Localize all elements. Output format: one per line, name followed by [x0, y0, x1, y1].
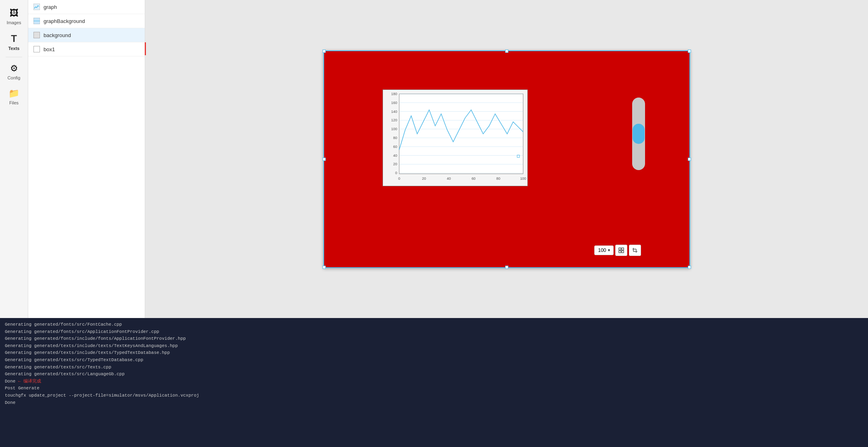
svg-text:80: 80: [393, 135, 397, 139]
canvas-area[interactable]: 180 160 140 120 100 80 60 40 20 0 0 20 4…: [145, 0, 868, 318]
sidebar-divider: [6, 57, 22, 57]
layer-graph-label: graph: [44, 4, 57, 10]
layer-item-background[interactable]: background: [28, 28, 145, 42]
svg-rect-32: [619, 248, 621, 250]
sidebar-item-files[interactable]: 📁 Files: [0, 84, 28, 109]
zoom-arrow-icon: ▾: [608, 248, 610, 252]
main-area: 🖼 Images T Texts ⚙ Config 📁 Files: [0, 0, 868, 318]
crop-button[interactable]: [629, 245, 641, 256]
terminal-line-7: Generating generated/texts/src/Texts.cpp: [5, 364, 863, 371]
graph-icon-svg: [33, 4, 40, 10]
svg-rect-34: [619, 251, 621, 253]
chart-svg: 180 160 140 120 100 80 60 40 20 0 0 20 4…: [383, 90, 527, 186]
sidebar-item-images[interactable]: 🖼 Images: [0, 4, 28, 29]
sidebar-item-config[interactable]: ⚙ Config: [0, 59, 28, 84]
terminal-done-1: Done ← 编译完成: [5, 378, 863, 385]
handle-bot-left[interactable]: [323, 266, 326, 269]
handle-mid-right[interactable]: [688, 158, 691, 161]
layer-item-graphBackground[interactable]: graphBackground: [28, 14, 145, 28]
terminal: Generating generated/fonts/src/FontCache…: [0, 318, 868, 447]
svg-text:100: 100: [391, 127, 397, 131]
images-icon: 🖼: [10, 8, 19, 19]
handle-top-center[interactable]: [505, 50, 508, 53]
bg-icon-img: [33, 32, 40, 38]
sidebar-config-label: Config: [8, 75, 21, 80]
sidebar: 🖼 Images T Texts ⚙ Config 📁 Files: [0, 0, 28, 318]
layer-item-box1[interactable]: box1: [28, 42, 145, 56]
svg-text:100: 100: [520, 177, 526, 181]
terminal-touchgfx: touchgfx update_project --project-file=s…: [5, 392, 863, 399]
svg-text:20: 20: [393, 162, 397, 166]
layer-graphbg-icon: [33, 17, 40, 25]
svg-text:160: 160: [391, 100, 397, 104]
svg-text:60: 60: [471, 177, 475, 181]
layer-box1-label: box1: [44, 46, 55, 52]
svg-text:180: 180: [391, 91, 397, 96]
terminal-line-3: Generating generated/fonts/include/fonts…: [5, 335, 863, 343]
svg-rect-4: [399, 94, 523, 173]
zoom-value: 100: [598, 247, 606, 253]
fullscreen-icon: [618, 247, 624, 253]
svg-text:0: 0: [398, 177, 400, 181]
red-indicator: [145, 42, 146, 55]
zoom-select[interactable]: 100 ▾: [594, 245, 613, 255]
terminal-line-4: Generating generated/texts/include/texts…: [5, 343, 863, 350]
box-icon-img: [33, 46, 40, 52]
terminal-done-2: Done: [5, 399, 863, 407]
svg-text:120: 120: [391, 118, 397, 122]
graph-widget: 180 160 140 120 100 80 60 40 20 0 0 20 4…: [383, 89, 528, 186]
handle-mid-left[interactable]: [323, 158, 326, 161]
graphbg-icon-svg: [33, 18, 40, 24]
terminal-line-5: Generating generated/texts/include/texts…: [5, 349, 863, 357]
sidebar-texts-label: Texts: [8, 46, 20, 51]
handle-top-right[interactable]: [688, 50, 691, 53]
svg-text:40: 40: [447, 177, 451, 181]
crop-icon: [632, 247, 638, 253]
svg-text:40: 40: [393, 153, 397, 157]
svg-text:0: 0: [395, 171, 397, 175]
files-icon: 📁: [8, 88, 19, 99]
slider-widget[interactable]: [632, 98, 645, 170]
layer-graph-icon: [33, 3, 40, 10]
sidebar-files-label: Files: [9, 100, 19, 105]
svg-text:80: 80: [496, 177, 500, 181]
sidebar-item-texts[interactable]: T Texts: [0, 29, 28, 55]
handle-top-left[interactable]: [323, 50, 326, 53]
handle-bot-right[interactable]: [688, 266, 691, 269]
terminal-line-8: Generating generated/texts/src/LanguageG…: [5, 371, 863, 378]
layer-panel: graph graphBackground background: [28, 0, 145, 318]
svg-rect-33: [622, 248, 624, 250]
fullscreen-button[interactable]: [615, 245, 627, 256]
layer-box1-icon: [33, 46, 40, 53]
config-icon: ⚙: [10, 63, 18, 74]
layer-graphbg-label: graphBackground: [44, 18, 85, 24]
svg-text:140: 140: [391, 109, 397, 113]
layer-item-graph[interactable]: graph: [28, 0, 145, 14]
terminal-line-1: Generating generated/fonts/src/FontCache…: [5, 321, 863, 328]
canvas-frame: 180 160 140 120 100 80 60 40 20 0 0 20 4…: [323, 50, 690, 268]
terminal-line-6: Generating generated/texts/src/TypedText…: [5, 357, 863, 364]
handle-bot-center[interactable]: [505, 266, 508, 269]
annotation-arrow: ←: [18, 379, 21, 384]
slider-thumb[interactable]: [633, 124, 645, 144]
terminal-line-2: Generating generated/fonts/src/Applicati…: [5, 328, 863, 336]
svg-text:60: 60: [393, 144, 397, 148]
canvas-toolbar: 100 ▾: [594, 245, 641, 256]
annotation-text: 编译完成: [23, 379, 41, 384]
layer-background-label: background: [44, 32, 71, 38]
svg-rect-35: [622, 251, 624, 253]
svg-text:20: 20: [422, 177, 426, 181]
sidebar-images-label: Images: [6, 20, 21, 25]
svg-rect-0: [33, 4, 40, 10]
texts-icon: T: [11, 33, 17, 44]
layer-background-icon: [33, 31, 40, 39]
terminal-post-gen: Post Generate: [5, 385, 863, 392]
